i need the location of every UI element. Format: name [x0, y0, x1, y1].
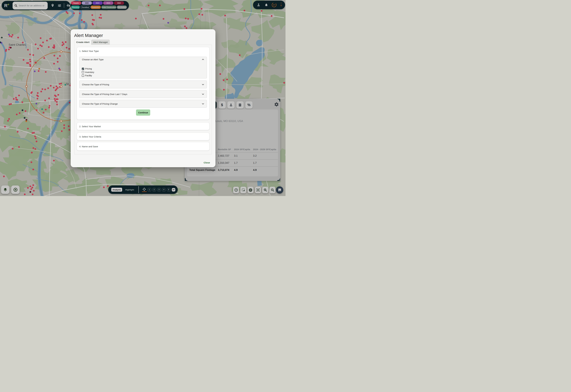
tab-create-alert[interactable]: Create Alert: [74, 40, 91, 45]
step-4-card[interactable]: 4. Name and Save: [77, 142, 210, 151]
alert-manager-modal: Alert Manager Create AlertAlert Manager …: [71, 29, 215, 167]
checkbox-label: Facility: [85, 74, 92, 77]
checkbox-checked[interactable]: [82, 68, 84, 70]
continue-button[interactable]: Continue: [136, 110, 150, 116]
step-2-card[interactable]: 2. Select Your Market: [77, 123, 210, 130]
step-2-heading: 2. Select Your Market: [79, 125, 101, 127]
accordion-label: Choose an Alert Type: [82, 58, 104, 61]
chevron-down-icon: [202, 94, 204, 95]
alert-type-option-pricing[interactable]: Pricing: [82, 67, 207, 70]
chevron-down-icon: [202, 84, 204, 85]
accordion-choose-an-alert-type[interactable]: Choose an Alert TypePricingInventoryFaci…: [79, 57, 207, 78]
alert-type-option-inventory[interactable]: Inventory: [82, 70, 207, 74]
checkbox-label: Inventory: [85, 71, 94, 73]
checkbox-unchecked[interactable]: [82, 74, 84, 77]
accordion-label: Choose the Type of Pricing Over Last 7 D…: [82, 93, 127, 96]
accordion-choose-the-type-of-pricing-over-last-7-days[interactable]: Choose the Type of Pricing Over Last 7 D…: [79, 90, 207, 98]
tab-alert-manager[interactable]: Alert Manager: [91, 40, 110, 45]
chevron-down-icon: [202, 103, 204, 104]
close-modal-link[interactable]: Close: [204, 161, 210, 164]
accordion-choose-the-type-of-pricing-change[interactable]: Choose the Type of Pricing Change: [79, 100, 207, 108]
modal-tabs: Create AlertAlert Manager: [74, 40, 110, 45]
step-3-heading: 3. Select Your Criteria: [79, 135, 101, 138]
checkbox-label: Pricing: [85, 68, 92, 70]
step-4-heading: 4. Name and Save: [79, 145, 98, 148]
checkbox-unchecked[interactable]: [82, 71, 84, 73]
alert-type-option-facility[interactable]: Facility: [82, 74, 207, 77]
create-alert-tab-panel: 1. Select Your Type Choose an Alert Type…: [74, 45, 212, 154]
step-3-card[interactable]: 3. Select Your Criteria: [77, 133, 210, 140]
accordion-choose-the-type-of-pricing[interactable]: Choose the Type of Pricing: [79, 81, 207, 88]
modal-title: Alert Manager: [74, 33, 103, 38]
step-1-card: 1. Select Your Type Choose an Alert Type…: [77, 47, 210, 120]
chevron-up-icon: [202, 59, 204, 60]
accordion-label: Choose the Type of Pricing: [82, 83, 109, 86]
accordion-label: Choose the Type of Pricing Change: [82, 102, 118, 105]
step-1-heading: 1. Select Your Type: [79, 50, 99, 52]
